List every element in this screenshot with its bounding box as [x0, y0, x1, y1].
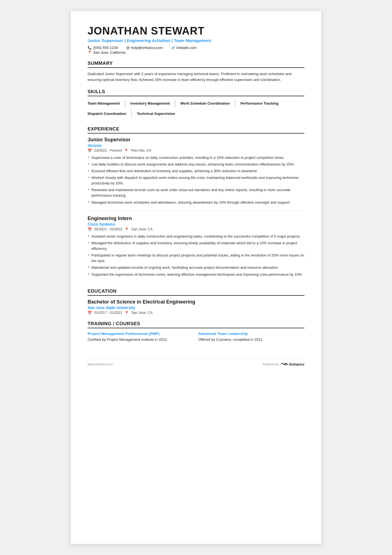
job-bullets-1: Supervised a crew of technicians on dail…: [88, 155, 304, 205]
candidate-name: JONATHAN STEWART: [88, 25, 304, 37]
calendar-icon-1: 📅: [88, 149, 92, 153]
job-title-1: Junior Supervisor: [88, 137, 304, 143]
location-value: San Jose, California: [93, 50, 125, 55]
bullet-2-1: Assisted senior engineers in daily const…: [88, 234, 304, 239]
edu-school: San Jose State University: [88, 305, 304, 310]
email-value: help@enhancv.com: [131, 46, 163, 50]
linkedin-icon: 🔗: [171, 46, 175, 50]
job-location-1: Palo Alto, CA: [131, 149, 151, 152]
skills-grid: Team Management Inventory Management Wor…: [88, 100, 304, 120]
location-icon-1: 📍: [124, 149, 128, 153]
location-icon: 📍: [88, 51, 92, 55]
job-location-2: San Jose, CA: [131, 227, 152, 231]
linkedin-value: linkedin.com: [177, 46, 197, 50]
bullet-1-6: Managed technician work schedules and at…: [88, 200, 304, 205]
skills-row-1: Team Management Inventory Management Wor…: [88, 100, 288, 109]
bullet-1-3: Ensured efficient flow and distribution …: [88, 168, 304, 174]
bullet-2-4: Maintained and updated records of ongoin…: [88, 265, 304, 270]
enhancv-logo: Enhancv: [281, 362, 304, 366]
calendar-icon-2: 📅: [88, 227, 92, 231]
header-section: JONATHAN STEWART Junior Supervisor | Eng…: [88, 25, 304, 55]
skill-dispatch: Dispatch Coordination: [88, 110, 132, 117]
edu-period: 01/2017 - 01/2021: [94, 311, 122, 315]
training-desc-1: Certified by Project Management Institut…: [88, 337, 194, 342]
training-heading: TRAINING / COURSES: [88, 321, 304, 328]
edu-meta: 📅 01/2017 - 01/2021 📍 San Jose, CA: [88, 311, 304, 315]
training-title-2: Advanced Team Leadership: [198, 332, 304, 336]
skill-inventory-management: Inventory Management: [130, 100, 175, 107]
edu-location: San Jose, CA: [131, 311, 152, 315]
company-name-1: Verizon: [88, 143, 304, 148]
skills-row-2: Dispatch Coordination Technical Supervis…: [88, 110, 185, 119]
job-meta-2: 📅 05/2021 - 03/2022 📍 San Jose, CA: [88, 227, 304, 231]
job-verizon: Junior Supervisor Verizon 📅 03/2022 - Pr…: [88, 137, 304, 211]
edu-location-icon: 📍: [125, 311, 129, 315]
skill-work-schedule: Work Schedule Coordination: [180, 100, 235, 107]
resume-document: JONATHAN STEWART Junior Supervisor | Eng…: [71, 11, 321, 544]
job-period-2: 05/2021 - 03/2022: [94, 227, 122, 231]
email-contact: @ help@enhancv.com: [126, 46, 163, 50]
bullet-1-2: Led daily huddles to discuss work assign…: [88, 162, 304, 167]
phone-contact: 📞 (555) 555-1234: [88, 46, 118, 50]
phone-icon: 📞: [88, 46, 92, 50]
candidate-title: Junior Supervisor | Engineering Activiti…: [88, 38, 304, 43]
summary-text: Dedicated Junior Supervisor with 2 years…: [88, 71, 304, 83]
skills-heading: SKILLS: [88, 89, 304, 96]
job-cisco: Engineering Intern Cisco Systems 📅 05/20…: [88, 216, 304, 282]
footer-brand: Powered by Enhancv: [263, 362, 304, 366]
summary-heading: SUMMARY: [88, 61, 304, 68]
enhancv-logo-icon: [281, 362, 288, 366]
powered-by-text: Powered by: [263, 362, 279, 366]
training-item-1: Project Management Professional (PMP) Ce…: [88, 332, 194, 342]
training-grid: Project Management Professional (PMP) Ce…: [88, 332, 304, 342]
education-section: EDUCATION Bachelor of Science in Electri…: [88, 288, 304, 315]
summary-section: SUMMARY Dedicated Junior Supervisor with…: [88, 61, 304, 83]
training-title-1: Project Management Professional (PMP): [88, 332, 194, 336]
bullet-2-3: Participated in regular team meetings to…: [88, 253, 304, 264]
experience-heading: EXPERIENCE: [88, 126, 304, 134]
job-bullets-2: Assisted senior engineers in daily const…: [88, 234, 304, 277]
bullet-1-1: Supervised a crew of technicians on dail…: [88, 155, 304, 161]
location-icon-2: 📍: [125, 227, 129, 231]
job-title-2: Engineering Intern: [88, 216, 304, 221]
location-contact: 📍 San Jose, California: [88, 50, 125, 55]
job-period-1: 03/2022 - Present: [94, 149, 122, 152]
skills-section: SKILLS Team Management Inventory Managem…: [88, 89, 304, 120]
phone-value: (555) 555-1234: [93, 46, 118, 50]
contact-row-1: 📞 (555) 555-1234 @ help@enhancv.com 🔗 li…: [88, 46, 304, 50]
edu-calendar-icon: 📅: [88, 311, 92, 315]
bullet-1-4: Worked closely with dispatch to apportio…: [88, 175, 304, 186]
linkedin-contact: 🔗 linkedin.com: [171, 46, 197, 50]
skill-technical-supervision: Technical Supervision: [137, 110, 180, 117]
skill-team-management: Team Management: [88, 100, 125, 107]
footer-website: www.enhancv.com: [88, 362, 113, 366]
bullet-2-2: Managed the distribution of supplies and…: [88, 240, 304, 251]
experience-section: EXPERIENCE Junior Supervisor Verizon 📅 0…: [88, 126, 304, 282]
training-item-2: Advanced Team Leadership Offered by Cour…: [198, 332, 304, 342]
education-heading: EDUCATION: [88, 288, 304, 296]
edu-degree: Bachelor of Science in Electrical Engine…: [88, 299, 304, 305]
training-desc-2: Offered by Coursera, completed in 2021.: [198, 337, 304, 342]
page-footer: www.enhancv.com Powered by Enhancv: [88, 359, 304, 366]
email-icon: @: [126, 46, 130, 50]
company-name-2: Cisco Systems: [88, 222, 304, 226]
training-section: TRAINING / COURSES Project Management Pr…: [88, 321, 304, 342]
job-meta-1: 📅 03/2022 - Present 📍 Palo Alto, CA: [88, 149, 304, 153]
bullet-1-5: Reviewed and maintained records such as …: [88, 187, 304, 198]
bullet-2-5: Supported the supervision of technician …: [88, 272, 304, 277]
contact-row-2: 📍 San Jose, California: [88, 50, 304, 55]
brand-name: Enhancv: [289, 362, 304, 366]
skill-performance-tracking: Performance Tracking: [240, 100, 284, 107]
